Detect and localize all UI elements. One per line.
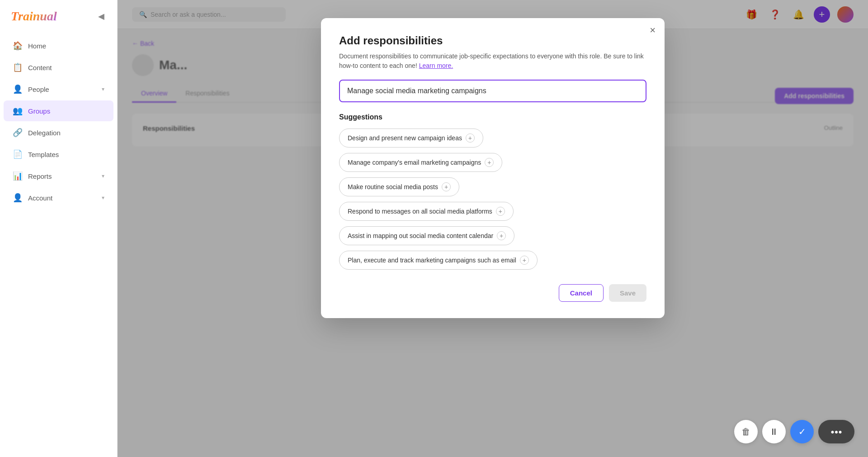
sidebar-item-delegation[interactable]: 🔗 Delegation bbox=[4, 122, 113, 143]
reports-icon: 📊 bbox=[13, 171, 23, 181]
sidebar-collapse-button[interactable]: ◀ bbox=[96, 10, 106, 23]
sidebar-item-label-home: Home bbox=[28, 42, 104, 50]
suggestion-text-4: Respond to messages on all social media … bbox=[348, 208, 492, 215]
sidebar-item-label-content: Content bbox=[28, 64, 104, 71]
modal-overlay: × Add responsibilities Document responsi… bbox=[118, 0, 868, 457]
sidebar-item-account[interactable]: 👤 Account ▾ bbox=[4, 187, 113, 208]
account-icon: 👤 bbox=[13, 193, 23, 203]
modal-close-button[interactable]: × bbox=[650, 25, 656, 35]
check-icon: ✓ bbox=[798, 426, 806, 437]
logo: Trainual bbox=[11, 9, 57, 24]
suggestion-text-3: Make routine social media posts bbox=[348, 183, 438, 190]
sidebar-item-label-account: Account bbox=[28, 194, 96, 202]
content-icon: 📋 bbox=[13, 62, 23, 72]
suggestion-text-2: Manage company's email marketing campaig… bbox=[348, 159, 481, 166]
groups-icon: 👥 bbox=[13, 106, 23, 116]
sidebar-item-groups[interactable]: 👥 Groups bbox=[4, 100, 113, 121]
sidebar-logo-area: Trainual ◀ bbox=[0, 0, 117, 31]
sidebar-item-label-delegation: Delegation bbox=[28, 129, 104, 137]
learn-more-link[interactable]: Learn more. bbox=[419, 62, 453, 69]
add-suggestion-icon-2: + bbox=[485, 158, 494, 167]
suggestion-chip-4[interactable]: Respond to messages on all social media … bbox=[339, 202, 514, 221]
sidebar: Trainual ◀ 🏠 Home 📋 Content 👤 People ▾ 👥… bbox=[0, 0, 118, 457]
main-content: 🔍 Search or ask a question... 🎁 ❓ 🔔 + bbox=[118, 0, 868, 457]
add-suggestion-icon-5: + bbox=[497, 231, 506, 240]
delegation-icon: 🔗 bbox=[13, 128, 23, 138]
people-icon: 👤 bbox=[13, 84, 23, 94]
suggestion-chip-5[interactable]: Assist in mapping out social media conte… bbox=[339, 226, 514, 245]
confirm-button[interactable]: ✓ bbox=[790, 420, 814, 443]
suggestion-chip-3[interactable]: Make routine social media posts + bbox=[339, 177, 459, 196]
suggestion-chip-6[interactable]: Plan, execute and track marketing campai… bbox=[339, 251, 538, 270]
suggestion-text-1: Design and present new campaign ideas bbox=[348, 134, 462, 142]
sidebar-item-home[interactable]: 🏠 Home bbox=[4, 35, 113, 56]
cancel-button[interactable]: Cancel bbox=[559, 284, 604, 302]
more-button[interactable]: ●●● bbox=[818, 420, 854, 443]
chevron-down-icon: ▾ bbox=[102, 195, 104, 201]
home-icon: 🏠 bbox=[13, 41, 23, 51]
suggestion-chip-2[interactable]: Manage company's email marketing campaig… bbox=[339, 153, 502, 172]
sidebar-item-content[interactable]: 📋 Content bbox=[4, 57, 113, 78]
modal-description: Document responsibilities to communicate… bbox=[339, 52, 646, 71]
sidebar-item-people[interactable]: 👤 People ▾ bbox=[4, 79, 113, 100]
suggestion-text-5: Assist in mapping out social media conte… bbox=[348, 232, 493, 239]
delete-button[interactable]: 🗑 bbox=[734, 420, 758, 443]
bottom-actions: 🗑 ⏸ ✓ ●●● bbox=[734, 420, 854, 443]
add-suggestion-icon-3: + bbox=[442, 182, 451, 191]
add-responsibilities-modal: × Add responsibilities Document responsi… bbox=[321, 18, 665, 318]
add-suggestion-icon-6: + bbox=[520, 256, 529, 265]
sidebar-item-label-groups: Groups bbox=[28, 107, 104, 115]
chevron-down-icon: ▾ bbox=[102, 173, 104, 179]
pause-icon: ⏸ bbox=[769, 427, 778, 437]
sidebar-item-templates[interactable]: 📄 Templates bbox=[4, 144, 113, 165]
sidebar-nav: 🏠 Home 📋 Content 👤 People ▾ 👥 Groups 🔗 D… bbox=[0, 31, 117, 457]
responsibility-input[interactable] bbox=[339, 80, 646, 102]
templates-icon: 📄 bbox=[13, 149, 23, 159]
sidebar-item-label-people: People bbox=[28, 86, 96, 93]
add-suggestion-icon-1: + bbox=[466, 133, 475, 143]
suggestion-chip-1[interactable]: Design and present new campaign ideas + bbox=[339, 129, 483, 148]
suggestions-title: Suggestions bbox=[339, 113, 646, 121]
modal-title: Add responsibilities bbox=[339, 34, 646, 47]
modal-footer: Cancel Save bbox=[339, 284, 646, 302]
sidebar-item-label-templates: Templates bbox=[28, 151, 104, 158]
add-suggestion-icon-4: + bbox=[496, 207, 505, 216]
app-layout: Trainual ◀ 🏠 Home 📋 Content 👤 People ▾ 👥… bbox=[0, 0, 868, 457]
delete-icon: 🗑 bbox=[741, 427, 750, 437]
suggestions-list: Design and present new campaign ideas + … bbox=[339, 129, 646, 270]
suggestion-text-6: Plan, execute and track marketing campai… bbox=[348, 257, 516, 264]
sidebar-item-reports[interactable]: 📊 Reports ▾ bbox=[4, 166, 113, 186]
sidebar-item-label-reports: Reports bbox=[28, 172, 96, 180]
chevron-down-icon: ▾ bbox=[102, 86, 104, 92]
save-button: Save bbox=[609, 284, 646, 302]
pause-button[interactable]: ⏸ bbox=[762, 420, 786, 443]
more-icon: ●●● bbox=[830, 428, 842, 435]
